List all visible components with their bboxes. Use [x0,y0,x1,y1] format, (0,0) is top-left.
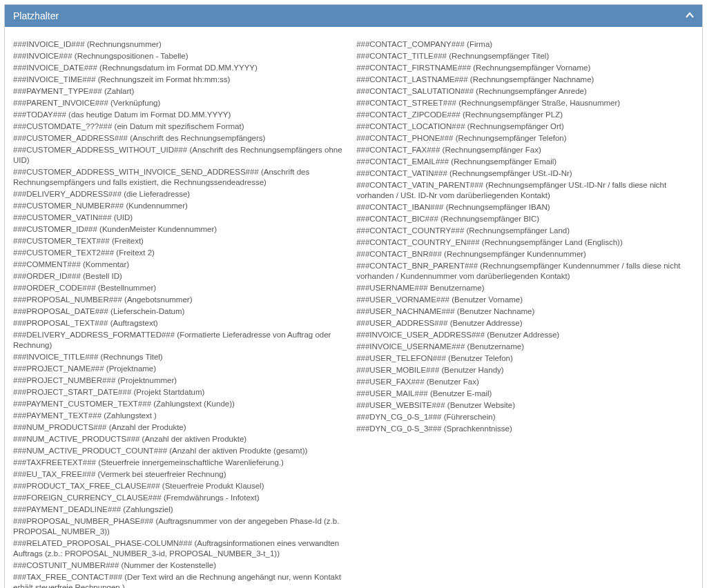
placeholder-item: ###USERNAME### Benutzername) [356,283,690,293]
placeholder-item: ###PAYMENT_CUSTOMER_TEXT### (Zahlungstex… [13,399,347,409]
panel-body: ###INVOICE_ID### (Rechnungsnummer)###INV… [5,27,702,588]
placeholder-item: ###CONTACT_SALUTATION### (Rechnungsempfä… [356,86,690,97]
placeholder-item: ###PROPOSAL_NUMBER### (Angebotsnummer) [13,295,347,305]
placeholder-item: ###CONTACT_PHONE### (Rechnungsempfänger … [356,133,690,144]
placeholder-item: ###CUSTOMER_NUMBER### (Kundennummer) [13,201,347,211]
placeholder-item: ###COMMENT### (Kommentar) [13,259,347,270]
placeholder-item: ###CONTACT_VATIN### (Rechnungsempfänger … [356,168,690,179]
placeholder-item: ###CUSTOMER_ID### (KundenMeister Kundenn… [13,224,347,235]
placeholder-item: ###PROPOSAL_TEXT### (Auftragstext) [13,318,347,329]
panel-title: Platzhalter [13,10,59,21]
placeholder-item: ###PAYMENT_DEADLINE### (Zahlungsziel) [13,504,347,515]
placeholder-item: ###CONTACT_COMPANY### (Firma) [356,39,690,50]
placeholder-item: ###CONTACT_LOCATION### (Rechnungsempfäng… [356,121,690,132]
placeholder-item: ###USER_NACHNAME### (Benutzer Nachname) [356,306,690,317]
placeholder-item: ###INVOICE_USER_ADDRESS### (Benutzer Add… [356,330,690,340]
placeholder-item: ###INVOICE_DATE### (Rechnungsdatum im Fo… [13,63,347,73]
placeholder-item: ###PROJECT_NAME### (Projektname) [13,364,347,374]
placeholder-item: ###CONTACT_VATIN_PARENT### (Rechnungsemp… [356,180,690,201]
placeholder-item: ###NUM_ACTIVE_PRODUCT_COUNT### (Anzahl d… [13,446,347,456]
placeholder-item: ###DELIVERY_ADDRESS### (die Lieferadress… [13,189,347,199]
placeholder-item: ###CUSTOMDATE_???### (ein Datum mit spez… [13,121,347,132]
placeholder-item: ###INVOICE_TITLE### (Rechnungs Titel) [13,352,347,362]
placeholder-item: ###TODAY### (das heutige Datum im Format… [13,110,347,120]
placeholder-column-right: ###CONTACT_COMPANY### (Firma)###CONTACT_… [356,39,690,588]
placeholder-item: ###CONTACT_LASTNAME### (Rechnungsempfäng… [356,75,690,85]
placeholder-item: ###EU_TAX_FREE### (Vermerk bei steuerfre… [13,469,347,480]
placeholder-item: ###CONTACT_TITLE### (Rechnungsempfänger … [356,51,690,61]
placeholder-item: ###TAXFREETEXT### (Steuerfreie innergeme… [13,458,347,468]
placeholder-column-left: ###INVOICE_ID### (Rechnungsnummer)###INV… [13,39,347,588]
placeholder-item: ###PAYMENT_TEXT### (Zahlungstext ) [13,411,347,421]
placeholder-item: ###CONTACT_STREET### (Rechnungsempfänger… [356,98,690,108]
placeholder-item: ###USER_TELEFON### (Benutzer Telefon) [356,353,690,364]
placeholder-item: ###INVOICE_USERNAME### (Benutzername) [356,342,690,352]
placeholder-item: ###DYN_CG_0-S_1### (Führerschein) [356,412,690,422]
placeholder-item: ###CONTACT_COUNTRY### (Rechnungsempfänge… [356,226,690,236]
chevron-up-icon[interactable] [686,11,694,21]
placeholder-item: ###PROJECT_START_DATE### (Projekt Startd… [13,387,347,398]
placeholder-item: ###CONTACT_EMAIL### (Rechnungsempfänger … [356,157,690,167]
placeholder-item: ###PARENT_INVOICE### (Verknüpfung) [13,98,347,108]
placeholder-item: ###CONTACT_BIC### (Rechnungsempfänger BI… [356,214,690,224]
panel-header: Platzhalter [5,5,702,27]
placeholder-item: ###USER_WEBSITE### (Benutzer Website) [356,400,690,411]
placeholder-item: ###CONTACT_FAX### (Rechnungsempfänger Fa… [356,145,690,155]
placeholder-item: ###NUM_ACTIVE_PRODUCTS### (Anzahl der ak… [13,434,347,444]
placeholder-item: ###COSTUNIT_NUMBER### (Nummer der Kosten… [13,560,347,571]
placeholder-item: ###USER_VORNAME### (Benutzer Vorname) [356,295,690,305]
placeholder-item: ###CONTACT_BNR_PARENT### (Rechnungsempfä… [356,261,690,282]
placeholder-item: ###TAX_FREE_CONTACT### (Der Text wird an… [13,572,347,588]
placeholder-item: ###PROPOSAL_NUMBER_PHASE### (Auftragsnum… [13,516,347,537]
placeholder-item: ###CONTACT_BNR### (Rechnungsempfänger Ku… [356,249,690,259]
placeholder-item: ###ORDER_ID### (Bestell ID) [13,271,347,282]
placeholder-item: ###PRODUCT_TAX_FREE_CLAUSE### (Steuerfre… [13,481,347,491]
placeholder-item: ###PAYMENT_TYPE### (Zahlart) [13,86,347,97]
placeholder-item: ###DELIVERY_ADDRESS_FORMATTED### (Format… [13,330,347,351]
placeholder-item: ###USER_MOBILE### (Benutzer Handy) [356,365,690,375]
placeholder-item: ###FOREIGN_CURRENCY_CLAUSE### (Fremdwähr… [13,493,347,503]
placeholder-item: ###CUSTOMER_ADDRESS_WITHOUT_UID### (Ansc… [13,145,347,166]
placeholder-item: ###CONTACT_ZIPCODE### (Rechnungsempfänge… [356,110,690,120]
placeholder-item: ###CONTACT_FIRSTNAME### (Rechnungsempfän… [356,63,690,73]
placeholder-item: ###PROPOSAL_DATE### (Lieferschein-Datum) [13,306,347,317]
placeholder-item: ###INVOICE_TIME### (Rechnungszeit im For… [13,75,347,85]
placeholder-item: ###USER_MAIL### (Benutzer E-mail) [356,389,690,399]
placeholder-item: ###CUSTOMER_TEXT2### (Freitext 2) [13,248,347,258]
placeholder-item: ###RELATED_PROPOSAL_PHASE-COLUMN### (Auf… [13,538,347,559]
placeholder-item: ###CUSTOMER_TEXT### (Freitext) [13,236,347,246]
placeholder-item: ###ORDER_CODE### (Bestellnummer) [13,283,347,293]
placeholder-item: ###DYN_CG_0-S_3### (Sprachkenntnisse) [356,424,690,434]
placeholder-item: ###PROJECT_NUMBER### (Projektnummer) [13,375,347,386]
placeholder-item: ###NUM_PRODUCTS### (Anzahl der Produkte) [13,422,347,433]
placeholder-item: ###USER_ADDRESS### (Benutzer Addresse) [356,318,690,329]
placeholder-item: ###USER_FAX### (Benutzer Fax) [356,377,690,387]
placeholder-item: ###CONTACT_IBAN### (Rechnungsempfänger I… [356,202,690,213]
placeholder-item: ###INVOICE### (Rechnungspositionen - Tab… [13,51,347,61]
placeholder-item: ###INVOICE_ID### (Rechnungsnummer) [13,39,347,50]
placeholder-item: ###CUSTOMER_ADDRESS_WITH_INVOICE_SEND_AD… [13,167,347,188]
placeholder-panel: Platzhalter ###INVOICE_ID### (Rechnungsn… [4,4,703,588]
placeholder-item: ###CONTACT_COUNTRY_EN### (Rechnungsempfä… [356,237,690,248]
placeholder-item: ###CUSTOMER_ADDRESS### (Anschrift des Re… [13,133,347,144]
placeholder-item: ###CUSTOMER_VATIN### (UID) [13,213,347,223]
